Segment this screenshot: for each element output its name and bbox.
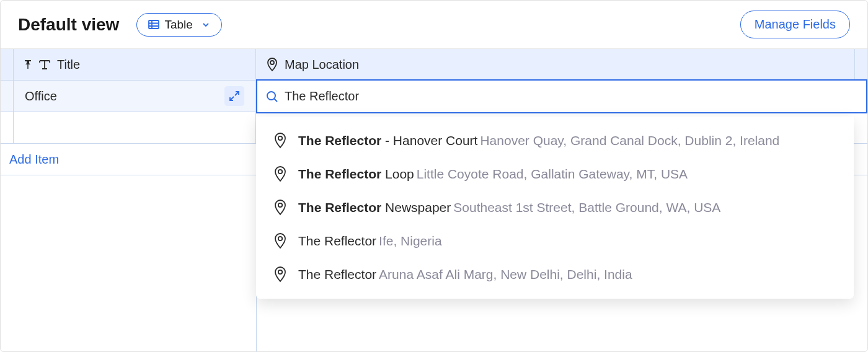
location-icon bbox=[273, 266, 287, 283]
suggestion-secondary: Aruna Asaf Ali Marg, New Delhi, Delhi, I… bbox=[379, 267, 632, 281]
location-icon bbox=[273, 233, 287, 249]
view-type-label: Table bbox=[164, 18, 192, 32]
location-icon bbox=[273, 166, 287, 182]
text-type-icon bbox=[38, 59, 51, 70]
svg-point-17 bbox=[278, 203, 282, 207]
svg-point-16 bbox=[278, 170, 282, 174]
view-title: Default view bbox=[18, 15, 119, 35]
location-suggestions-dropdown: The Reflector - Hanover CourtHanover Qua… bbox=[256, 117, 854, 299]
row-gutter[interactable] bbox=[1, 112, 14, 143]
add-item-link[interactable]: Add Item bbox=[9, 152, 59, 167]
row-gutter bbox=[854, 49, 867, 80]
suggestion-secondary: Hanover Quay, Grand Canal Dock, Dublin 2… bbox=[480, 133, 779, 147]
svg-point-13 bbox=[267, 92, 275, 100]
suggestion-secondary: Southeast 1st Street, Battle Ground, WA,… bbox=[453, 200, 720, 214]
location-icon bbox=[273, 200, 287, 216]
column-label: Title bbox=[57, 58, 80, 72]
suggestion-main: The Reflector - Hanover CourtHanover Qua… bbox=[298, 133, 779, 148]
location-icon bbox=[266, 58, 278, 72]
suggestion-main: The ReflectorAruna Asaf Ali Marg, New De… bbox=[298, 267, 632, 282]
location-search-input[interactable] bbox=[285, 89, 857, 103]
title-cell-empty[interactable] bbox=[14, 112, 256, 143]
location-suggestion[interactable]: The Reflector LoopLittle Coyote Road, Ga… bbox=[256, 157, 854, 191]
suggestion-main: The Reflector LoopLittle Coyote Road, Ga… bbox=[298, 167, 688, 182]
suggestion-main: The Reflector NewspaperSoutheast 1st Str… bbox=[298, 200, 720, 215]
svg-point-18 bbox=[278, 237, 282, 240]
table-icon bbox=[148, 20, 159, 29]
search-icon bbox=[266, 90, 278, 103]
row-gutter bbox=[1, 49, 14, 80]
location-suggestion[interactable]: The Reflector NewspaperSoutheast 1st Str… bbox=[256, 191, 854, 224]
title-cell[interactable]: Office bbox=[14, 81, 256, 112]
table-row: Office bbox=[1, 81, 867, 112]
column-label: Map Location bbox=[285, 58, 359, 72]
svg-rect-0 bbox=[149, 20, 159, 29]
expand-item-button[interactable] bbox=[224, 86, 244, 106]
row-gutter[interactable] bbox=[1, 81, 14, 112]
location-icon bbox=[273, 133, 287, 149]
suggestion-secondary: Ife, Nigeria bbox=[379, 234, 442, 248]
view-type-selector[interactable]: Table bbox=[136, 13, 221, 37]
expand-icon bbox=[229, 90, 240, 102]
location-suggestion[interactable]: The ReflectorIfe, Nigeria bbox=[256, 224, 854, 258]
suggestion-main: The ReflectorIfe, Nigeria bbox=[298, 234, 442, 249]
svg-point-15 bbox=[278, 136, 282, 140]
column-header-title[interactable]: Title bbox=[14, 49, 256, 80]
location-suggestion[interactable]: The ReflectorAruna Asaf Ali Marg, New De… bbox=[256, 258, 854, 291]
svg-point-10 bbox=[270, 61, 274, 64]
chevron-down-icon bbox=[202, 20, 210, 29]
location-suggestion[interactable]: The Reflector - Hanover CourtHanover Qua… bbox=[256, 124, 854, 157]
manage-fields-button[interactable]: Manage Fields bbox=[740, 11, 850, 38]
pin-icon bbox=[24, 59, 32, 69]
suggestion-secondary: Little Coyote Road, Gallatin Gateway, MT… bbox=[417, 167, 688, 181]
column-headers: Title Map Location bbox=[1, 49, 867, 81]
location-cell-active[interactable] bbox=[256, 79, 867, 113]
title-cell-value: Office bbox=[25, 89, 57, 103]
column-header-location[interactable]: Map Location bbox=[256, 49, 854, 80]
svg-line-14 bbox=[275, 99, 278, 102]
svg-point-19 bbox=[278, 270, 282, 274]
